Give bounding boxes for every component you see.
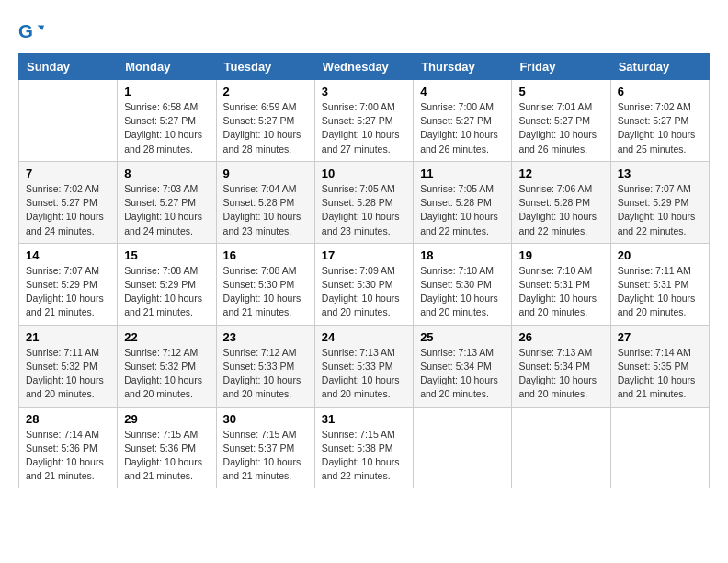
daylight-text: Daylight: 10 hours and 21 minutes. (223, 456, 301, 481)
daylight-text: Daylight: 10 hours and 21 minutes. (124, 293, 202, 317)
sunrise-text: Sunrise: 7:04 AM (223, 183, 297, 194)
day-number: 22 (124, 330, 209, 344)
daylight-text: Daylight: 10 hours and 20 minutes. (26, 374, 104, 399)
calendar-cell: 4 Sunrise: 7:00 AM Sunset: 5:27 PM Dayli… (414, 80, 512, 162)
day-info: Sunrise: 7:14 AM Sunset: 5:36 PM Dayligh… (26, 428, 110, 484)
daylight-text: Daylight: 10 hours and 21 minutes. (26, 456, 104, 481)
svg-marker-1 (38, 25, 44, 30)
day-number: 18 (420, 248, 505, 262)
calendar-cell (512, 407, 610, 488)
sunrise-text: Sunrise: 7:00 AM (420, 101, 494, 112)
calendar-cell: 14 Sunrise: 7:07 AM Sunset: 5:29 PM Dayl… (19, 243, 118, 325)
daylight-text: Daylight: 10 hours and 20 minutes. (420, 293, 498, 317)
day-number: 12 (518, 167, 603, 180)
sunset-text: Sunset: 5:36 PM (124, 442, 196, 454)
day-number: 19 (518, 248, 603, 262)
calendar-cell: 10 Sunrise: 7:05 AM Sunset: 5:28 PM Dayl… (314, 161, 413, 243)
logo-icon: G (18, 18, 44, 44)
sunrise-text: Sunrise: 7:02 AM (26, 183, 99, 194)
day-number: 10 (322, 167, 406, 180)
daylight-text: Daylight: 10 hours and 20 minutes. (124, 374, 202, 399)
day-info: Sunrise: 6:58 AM Sunset: 5:27 PM Dayligh… (124, 100, 209, 156)
day-info: Sunrise: 7:12 AM Sunset: 5:33 PM Dayligh… (223, 346, 308, 402)
sunset-text: Sunset: 5:28 PM (223, 197, 295, 208)
sunrise-text: Sunrise: 7:11 AM (618, 265, 691, 276)
calendar-week-row: 21 Sunrise: 7:11 AM Sunset: 5:32 PM Dayl… (19, 325, 710, 407)
weekday-header-wednesday: Wednesday (314, 54, 413, 80)
daylight-text: Daylight: 10 hours and 21 minutes. (223, 293, 301, 317)
sunset-text: Sunset: 5:32 PM (124, 361, 196, 372)
page-header: G (18, 18, 710, 44)
sunset-text: Sunset: 5:30 PM (223, 279, 295, 290)
day-number: 29 (124, 412, 209, 426)
sunset-text: Sunset: 5:28 PM (420, 197, 492, 208)
day-info: Sunrise: 7:02 AM Sunset: 5:27 PM Dayligh… (26, 182, 110, 238)
day-info: Sunrise: 7:08 AM Sunset: 5:29 PM Dayligh… (124, 264, 209, 320)
sunset-text: Sunset: 5:29 PM (26, 279, 97, 290)
day-info: Sunrise: 7:07 AM Sunset: 5:29 PM Dayligh… (618, 182, 702, 238)
day-number: 30 (223, 412, 308, 426)
weekday-header-monday: Monday (118, 54, 216, 80)
day-number: 13 (618, 167, 702, 180)
sunset-text: Sunset: 5:29 PM (618, 197, 689, 208)
day-number: 7 (26, 167, 110, 180)
sunset-text: Sunset: 5:37 PM (223, 442, 295, 454)
daylight-text: Daylight: 10 hours and 22 minutes. (322, 456, 400, 481)
sunrise-text: Sunrise: 7:12 AM (124, 347, 198, 358)
daylight-text: Daylight: 10 hours and 24 minutes. (124, 211, 202, 236)
day-info: Sunrise: 7:13 AM Sunset: 5:34 PM Dayligh… (518, 346, 603, 402)
calendar-cell: 7 Sunrise: 7:02 AM Sunset: 5:27 PM Dayli… (19, 161, 118, 243)
sunset-text: Sunset: 5:35 PM (618, 361, 689, 372)
daylight-text: Daylight: 10 hours and 22 minutes. (618, 211, 696, 236)
calendar-cell: 25 Sunrise: 7:13 AM Sunset: 5:34 PM Dayl… (414, 325, 512, 407)
day-number: 4 (420, 85, 505, 98)
day-number: 9 (223, 167, 308, 180)
sunrise-text: Sunrise: 7:15 AM (322, 429, 395, 440)
day-info: Sunrise: 7:05 AM Sunset: 5:28 PM Dayligh… (322, 182, 406, 238)
weekday-header-tuesday: Tuesday (216, 54, 314, 80)
day-info: Sunrise: 7:15 AM Sunset: 5:36 PM Dayligh… (124, 428, 209, 484)
sunset-text: Sunset: 5:33 PM (223, 361, 295, 372)
day-info: Sunrise: 7:11 AM Sunset: 5:32 PM Dayligh… (26, 346, 110, 402)
day-info: Sunrise: 6:59 AM Sunset: 5:27 PM Dayligh… (223, 100, 308, 156)
calendar-week-row: 14 Sunrise: 7:07 AM Sunset: 5:29 PM Dayl… (19, 243, 710, 325)
day-info: Sunrise: 7:15 AM Sunset: 5:38 PM Dayligh… (322, 428, 406, 484)
sunset-text: Sunset: 5:30 PM (322, 279, 393, 290)
day-number: 26 (518, 330, 603, 344)
weekday-header-sunday: Sunday (19, 54, 118, 80)
calendar-cell: 3 Sunrise: 7:00 AM Sunset: 5:27 PM Dayli… (314, 80, 413, 162)
daylight-text: Daylight: 10 hours and 20 minutes. (223, 374, 301, 399)
calendar-cell: 5 Sunrise: 7:01 AM Sunset: 5:27 PM Dayli… (512, 80, 610, 162)
day-info: Sunrise: 7:12 AM Sunset: 5:32 PM Dayligh… (124, 346, 209, 402)
day-info: Sunrise: 7:14 AM Sunset: 5:35 PM Dayligh… (618, 346, 702, 402)
sunrise-text: Sunrise: 7:03 AM (124, 183, 198, 194)
weekday-header-friday: Friday (512, 54, 610, 80)
sunset-text: Sunset: 5:27 PM (420, 115, 492, 126)
sunset-text: Sunset: 5:28 PM (322, 197, 393, 208)
sunset-text: Sunset: 5:27 PM (618, 115, 689, 126)
daylight-text: Daylight: 10 hours and 20 minutes. (518, 293, 597, 317)
day-number: 17 (322, 248, 406, 262)
calendar-cell: 12 Sunrise: 7:06 AM Sunset: 5:28 PM Dayl… (512, 161, 610, 243)
calendar-cell: 13 Sunrise: 7:07 AM Sunset: 5:29 PM Dayl… (610, 161, 709, 243)
day-number: 11 (420, 167, 505, 180)
sunrise-text: Sunrise: 7:01 AM (518, 101, 592, 112)
sunset-text: Sunset: 5:27 PM (124, 197, 196, 208)
day-number: 20 (618, 248, 702, 262)
day-number: 25 (420, 330, 505, 344)
sunset-text: Sunset: 5:32 PM (26, 361, 97, 372)
sunrise-text: Sunrise: 7:10 AM (518, 265, 592, 276)
sunset-text: Sunset: 5:34 PM (420, 361, 492, 372)
calendar-cell: 24 Sunrise: 7:13 AM Sunset: 5:33 PM Dayl… (314, 325, 413, 407)
day-info: Sunrise: 7:00 AM Sunset: 5:27 PM Dayligh… (420, 100, 505, 156)
day-info: Sunrise: 7:07 AM Sunset: 5:29 PM Dayligh… (26, 264, 110, 320)
calendar-cell: 26 Sunrise: 7:13 AM Sunset: 5:34 PM Dayl… (512, 325, 610, 407)
daylight-text: Daylight: 10 hours and 21 minutes. (26, 293, 104, 317)
calendar-table: SundayMondayTuesdayWednesdayThursdayFrid… (18, 53, 710, 488)
calendar-cell: 23 Sunrise: 7:12 AM Sunset: 5:33 PM Dayl… (216, 325, 314, 407)
logo: G (18, 18, 48, 44)
day-info: Sunrise: 7:06 AM Sunset: 5:28 PM Dayligh… (518, 182, 603, 238)
calendar-cell: 27 Sunrise: 7:14 AM Sunset: 5:35 PM Dayl… (610, 325, 709, 407)
day-number: 8 (124, 167, 209, 180)
calendar-cell: 8 Sunrise: 7:03 AM Sunset: 5:27 PM Dayli… (118, 161, 216, 243)
